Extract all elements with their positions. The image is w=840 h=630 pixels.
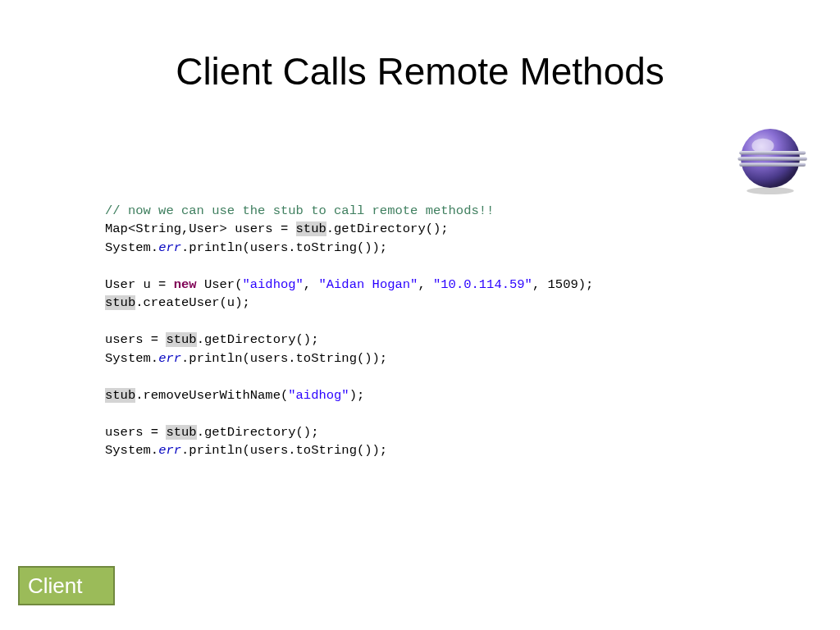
code-string: "aidhog" (242, 277, 303, 292)
code-text: .getDirectory(); (197, 332, 319, 347)
code-text: , (304, 277, 319, 292)
slide-title: Client Calls Remote Methods (0, 49, 840, 94)
code-field: err (158, 351, 181, 366)
code-text: ); (578, 277, 594, 292)
code-text: System. (105, 351, 158, 366)
svg-rect-3 (739, 151, 806, 155)
code-text: .getDirectory(); (326, 221, 449, 236)
code-text: , (532, 277, 548, 292)
svg-rect-4 (737, 157, 807, 161)
code-stub: stub (166, 332, 196, 347)
code-text: System. (105, 443, 158, 458)
code-comment: // now we can use the stub to call remot… (105, 203, 494, 218)
code-text: .removeUserWithName( (135, 388, 288, 403)
code-field: err (158, 443, 181, 458)
code-keyword: new (174, 277, 197, 292)
code-text: users = (105, 425, 166, 440)
code-text: , (418, 277, 433, 292)
code-text: .println(users.toString()); (181, 351, 387, 366)
code-text: System. (105, 240, 158, 255)
code-stub: stub (105, 388, 135, 403)
code-text: User u = (105, 277, 174, 292)
code-text: .println(users.toString()); (181, 443, 387, 458)
code-block: // now we can use the stub to call remot… (105, 202, 593, 460)
code-stub: stub (166, 425, 196, 440)
code-text: .createUser(u); (135, 295, 250, 310)
code-stub: stub (105, 295, 135, 310)
eclipse-logo-icon (733, 121, 807, 195)
svg-point-0 (746, 187, 794, 194)
client-badge: Client (18, 566, 115, 605)
code-text: .println(users.toString()); (181, 240, 387, 255)
code-string: "Aidan Hogan" (318, 277, 418, 292)
svg-rect-5 (739, 162, 806, 167)
code-text: User( (197, 277, 243, 292)
code-text: Map<String,User> users = (105, 221, 296, 236)
code-number: 1509 (548, 277, 578, 292)
code-string: "10.0.114.59" (433, 277, 532, 292)
code-stub: stub (296, 221, 326, 236)
code-text: users = (105, 332, 166, 347)
code-text: ); (349, 388, 365, 403)
code-string: "aidhog" (288, 388, 349, 403)
code-field: err (158, 240, 181, 255)
code-text: .getDirectory(); (197, 425, 319, 440)
